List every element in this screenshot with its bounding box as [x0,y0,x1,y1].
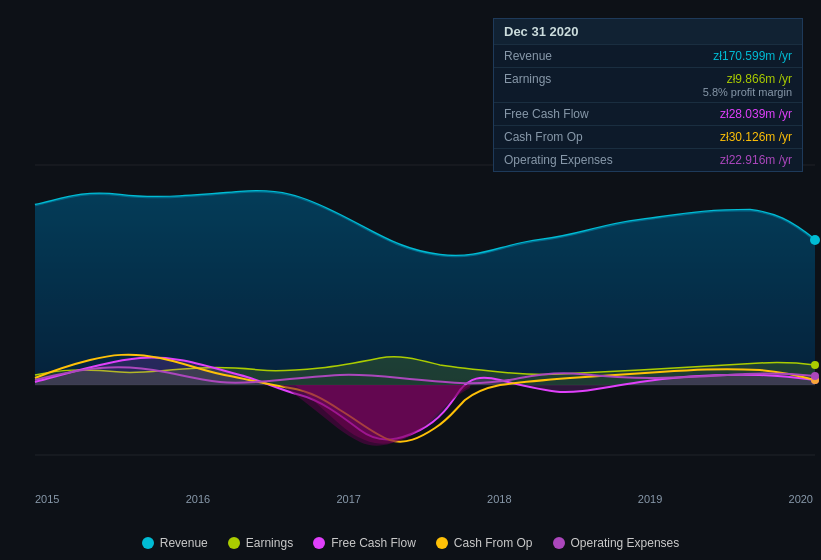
tooltip-value-opex: zł22.916m /yr [720,153,792,167]
x-label-2018: 2018 [487,493,511,505]
tooltip-profit-margin: 5.8% profit margin [703,86,792,98]
legend-label-revenue: Revenue [160,536,208,550]
legend-item-opex[interactable]: Operating Expenses [553,536,680,550]
legend-item-fcf[interactable]: Free Cash Flow [313,536,416,550]
tooltip-row-fcf: Free Cash Flow zł28.039m /yr [494,102,802,125]
tooltip-value-cashfromop: zł30.126m /yr [720,130,792,144]
tooltip-label-revenue: Revenue [504,49,614,63]
x-label-2015: 2015 [35,493,59,505]
x-label-2020: 2020 [789,493,813,505]
legend-label-cashfromop: Cash From Op [454,536,533,550]
legend-label-opex: Operating Expenses [571,536,680,550]
tooltip-value-earnings: zł9.866m /yr [727,72,792,86]
svg-point-8 [811,361,819,369]
x-label-2017: 2017 [336,493,360,505]
tooltip-date: Dec 31 2020 [494,19,802,44]
tooltip-value-earnings-container: zł9.866m /yr 5.8% profit margin [703,72,792,98]
legend-dot-fcf [313,537,325,549]
tooltip-label-opex: Operating Expenses [504,153,614,167]
tooltip-value-revenue: zł170.599m /yr [713,49,792,63]
legend-dot-cashfromop [436,537,448,549]
tooltip-row-revenue: Revenue zł170.599m /yr [494,44,802,67]
tooltip-row-cashfromop: Cash From Op zł30.126m /yr [494,125,802,148]
legend-item-earnings[interactable]: Earnings [228,536,293,550]
legend-item-cashfromop[interactable]: Cash From Op [436,536,533,550]
tooltip-label-cashfromop: Cash From Op [504,130,614,144]
tooltip-label-earnings: Earnings [504,72,614,86]
x-label-2019: 2019 [638,493,662,505]
legend-dot-opex [553,537,565,549]
data-tooltip: Dec 31 2020 Revenue zł170.599m /yr Earni… [493,18,803,172]
tooltip-row-opex: Operating Expenses zł22.916m /yr [494,148,802,171]
chart-legend: Revenue Earnings Free Cash Flow Cash Fro… [0,536,821,550]
svg-point-7 [811,372,819,380]
x-label-2016: 2016 [186,493,210,505]
x-axis-labels: 2015 2016 2017 2018 2019 2020 [35,493,813,505]
legend-dot-earnings [228,537,240,549]
legend-label-earnings: Earnings [246,536,293,550]
tooltip-row-earnings: Earnings zł9.866m /yr 5.8% profit margin [494,67,802,102]
tooltip-value-fcf: zł28.039m /yr [720,107,792,121]
legend-dot-revenue [142,537,154,549]
legend-item-revenue[interactable]: Revenue [142,536,208,550]
legend-label-fcf: Free Cash Flow [331,536,416,550]
tooltip-label-fcf: Free Cash Flow [504,107,614,121]
svg-point-4 [810,235,820,245]
